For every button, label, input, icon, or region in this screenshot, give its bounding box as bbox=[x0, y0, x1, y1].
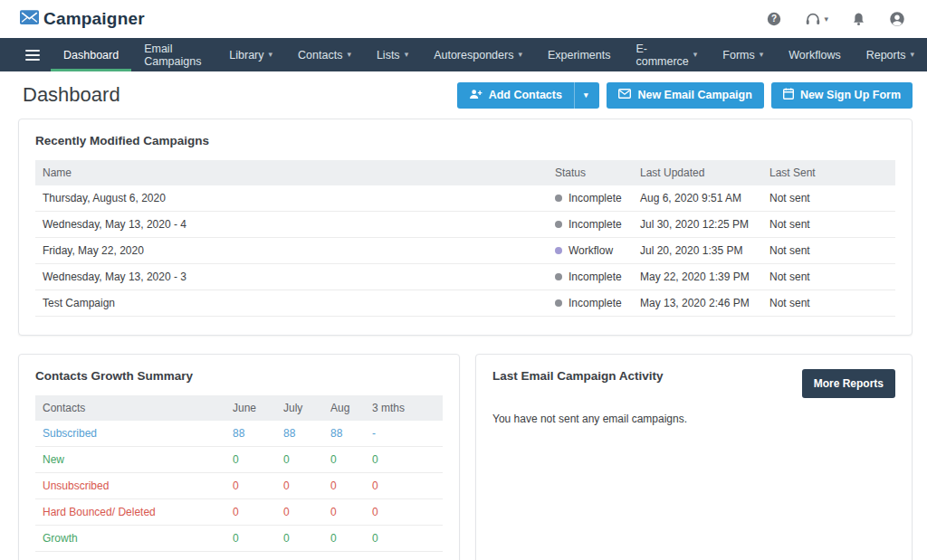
growth-value[interactable]: 88 bbox=[283, 427, 330, 440]
account-icon[interactable] bbox=[889, 11, 905, 27]
table-row[interactable]: Test Campaign Incomplete May 13, 2020 2:… bbox=[35, 290, 895, 317]
campaign-name[interactable]: Test Campaign bbox=[35, 297, 555, 309]
growth-value[interactable]: 0 bbox=[330, 453, 372, 466]
growth-table-header: Contacts June July Aug 3 mths bbox=[35, 395, 443, 421]
card-title: Contacts Growth Summary bbox=[35, 369, 443, 383]
headset-icon[interactable]: ▾ bbox=[805, 13, 828, 26]
campaign-name[interactable]: Thursday, August 6, 2020 bbox=[35, 192, 555, 204]
last-sent: Not sent bbox=[769, 244, 895, 257]
growth-value[interactable]: 0 bbox=[233, 453, 283, 466]
empty-state-message: You have not sent any email campaigns. bbox=[492, 413, 895, 425]
growth-row-label[interactable]: Subscribed bbox=[35, 427, 233, 440]
table-row[interactable]: Thursday, August 6, 2020 Incomplete Aug … bbox=[35, 185, 895, 212]
logo-text: Campaigner bbox=[43, 9, 145, 29]
page-title: Dashboard bbox=[23, 83, 120, 107]
nav-item-contacts[interactable]: Contacts▾ bbox=[285, 38, 364, 71]
campaign-name[interactable]: Friday, May 22, 2020 bbox=[35, 244, 555, 257]
more-reports-button[interactable]: More Reports bbox=[802, 369, 895, 398]
table-row[interactable]: Wednesday, May 13, 2020 - 4 Incomplete J… bbox=[35, 212, 895, 238]
column-header-status: Status bbox=[555, 166, 640, 179]
column-header-3mths: 3 mths bbox=[372, 402, 443, 414]
campaigns-table-header: Name Status Last Updated Last Sent bbox=[35, 160, 895, 185]
help-icon[interactable]: ? bbox=[767, 12, 781, 26]
last-email-campaign-activity-card: Last Email Campaign Activity More Report… bbox=[475, 354, 913, 560]
last-updated: Jul 30, 2020 12:25 PM bbox=[640, 218, 769, 231]
growth-row-label[interactable]: Growth bbox=[35, 532, 233, 545]
new-email-campaign-button[interactable]: New Email Campaign bbox=[607, 82, 763, 109]
status-dot bbox=[555, 195, 562, 202]
growth-row-label[interactable]: New bbox=[35, 453, 233, 466]
growth-value[interactable]: 0 bbox=[233, 532, 283, 545]
form-icon bbox=[783, 88, 794, 102]
growth-value[interactable]: 88 bbox=[233, 427, 283, 440]
last-sent: Not sent bbox=[769, 192, 895, 204]
last-sent: Not sent bbox=[769, 271, 895, 283]
column-header-name: Name bbox=[35, 166, 555, 179]
campaigner-logo[interactable]: Campaigner bbox=[20, 9, 145, 29]
nav-item-lists[interactable]: Lists▾ bbox=[364, 38, 421, 71]
chevron-down-icon: ▾ bbox=[824, 15, 828, 24]
table-row[interactable]: Friday, May 22, 2020 Workflow Jul 20, 20… bbox=[35, 238, 895, 264]
growth-value[interactable]: 0 bbox=[233, 479, 283, 492]
status-badge: Incomplete bbox=[569, 297, 622, 309]
growth-value[interactable]: 0 bbox=[283, 506, 330, 518]
growth-value[interactable]: 0 bbox=[330, 532, 372, 545]
new-signup-form-button[interactable]: New Sign Up Form bbox=[771, 82, 913, 109]
growth-row-label[interactable]: Unsubscribed bbox=[35, 479, 233, 492]
column-header-july: July bbox=[283, 402, 330, 414]
table-row[interactable]: Wednesday, May 13, 2020 - 3 Incomplete M… bbox=[35, 264, 895, 290]
chevron-down-icon: ▾ bbox=[269, 51, 273, 59]
column-header-last-updated: Last Updated bbox=[640, 166, 769, 179]
campaign-name[interactable]: Wednesday, May 13, 2020 - 3 bbox=[35, 271, 555, 283]
bell-icon[interactable] bbox=[852, 12, 865, 26]
nav-item-workflows[interactable]: Workflows bbox=[776, 38, 853, 71]
chevron-down-icon: ▾ bbox=[910, 51, 914, 59]
table-row: Unsubscribed 0 0 0 0 bbox=[35, 473, 443, 499]
growth-value: 0 bbox=[372, 479, 443, 492]
chevron-down-icon: ▾ bbox=[760, 51, 764, 59]
add-contacts-button[interactable]: Add Contacts ▾ bbox=[457, 82, 600, 109]
status-badge: Incomplete bbox=[569, 218, 622, 231]
growth-value[interactable]: 88 bbox=[330, 427, 372, 440]
last-updated: Jul 20, 2020 1:35 PM bbox=[640, 244, 769, 257]
envelope-icon bbox=[618, 89, 631, 101]
card-title: Last Email Campaign Activity bbox=[492, 369, 664, 383]
nav-item-ecommerce[interactable]: E-commerce▾ bbox=[623, 38, 710, 71]
nav-item-email-campaigns[interactable]: Email Campaigns bbox=[131, 38, 216, 71]
growth-value[interactable]: 0 bbox=[283, 453, 330, 466]
nav-item-experiments[interactable]: Experiments bbox=[535, 38, 623, 71]
growth-value[interactable]: 0 bbox=[330, 506, 372, 518]
nav-item-dashboard[interactable]: Dashboard bbox=[51, 38, 131, 71]
column-header-last-sent: Last Sent bbox=[769, 166, 895, 179]
table-row: Pending 1 1 1 - bbox=[35, 552, 443, 560]
person-add-icon bbox=[469, 89, 483, 102]
table-row: Subscribed 88 88 88 - bbox=[35, 421, 443, 447]
recently-modified-campaigns-card: Recently Modified Campaigns Name Status … bbox=[18, 119, 913, 336]
status-dot bbox=[555, 273, 562, 280]
last-sent: Not sent bbox=[769, 218, 895, 231]
nav-item-forms[interactable]: Forms▾ bbox=[710, 38, 776, 71]
status-badge: Workflow bbox=[569, 244, 613, 257]
svg-text:?: ? bbox=[771, 14, 777, 24]
table-row: Hard Bounced/ Deleted 0 0 0 0 bbox=[35, 499, 443, 526]
main-nav: Dashboard Email Campaigns Library▾ Conta… bbox=[0, 38, 927, 71]
nav-item-autoresponders[interactable]: Autoresponders▾ bbox=[421, 38, 535, 71]
nav-item-reports[interactable]: Reports▾ bbox=[854, 38, 927, 71]
growth-value[interactable]: 0 bbox=[330, 479, 372, 492]
chevron-down-icon[interactable]: ▾ bbox=[574, 82, 588, 109]
chevron-down-icon: ▾ bbox=[347, 51, 351, 59]
campaign-name[interactable]: Wednesday, May 13, 2020 - 4 bbox=[35, 218, 555, 231]
growth-value[interactable]: 0 bbox=[283, 479, 330, 492]
chevron-down-icon: ▾ bbox=[518, 51, 522, 59]
hamburger-menu-icon[interactable] bbox=[14, 38, 51, 71]
envelope-logo-icon bbox=[20, 10, 39, 28]
chevron-down-icon: ▾ bbox=[693, 51, 698, 59]
growth-value[interactable]: 0 bbox=[283, 532, 330, 545]
growth-value[interactable]: 0 bbox=[233, 506, 283, 518]
table-row: Growth 0 0 0 0 bbox=[35, 526, 443, 552]
growth-row-label[interactable]: Hard Bounced/ Deleted bbox=[35, 506, 233, 518]
column-header-contacts: Contacts bbox=[35, 402, 233, 414]
nav-item-library[interactable]: Library▾ bbox=[216, 38, 285, 71]
contacts-growth-summary-card: Contacts Growth Summary Contacts June Ju… bbox=[18, 354, 460, 560]
last-updated: Aug 6, 2020 9:51 AM bbox=[640, 192, 769, 204]
